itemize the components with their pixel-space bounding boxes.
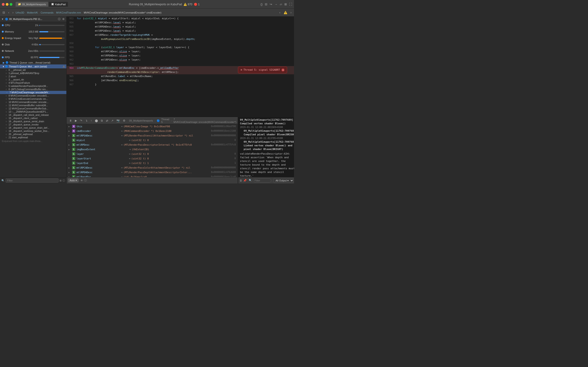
tab-kabupad[interactable]: 🔲 KabuPad [49,2,68,7]
debug-jump-btn[interactable]: ↗ [110,119,115,123]
layout-icon[interactable]: ⊟ [265,2,267,6]
var-mtlRPCADesc[interactable]: ▶ L mtlRPCADesc = (MTLRenderPassColorAtt… [67,165,238,170]
frame-8[interactable]: ○ 8 MVKCommandEncoder::encodeS... [0,94,66,97]
var-layerStart[interactable]: L layerStart = (uint32_t) 0 0 [67,156,238,161]
frame-17-label: 17 _dispatch_queue_invoke [9,123,39,126]
frame-14[interactable]: ○ 14 _dispatch_call_block_and_release [0,113,66,117]
fps-dot [2,56,4,58]
frame-1[interactable]: ○ 1 pthread_kill$VARIANT$mp [0,72,66,75]
maximize-button[interactable] [10,3,12,6]
debug-step-in-btn[interactable]: ↴ [84,119,89,123]
memory-label: Memory [5,30,28,33]
split-icon[interactable]: ⊞ [284,2,287,6]
trash-icon[interactable]: 🗑 [240,179,242,182]
breadcrumb-urho3d[interactable]: Urho3D [16,11,24,14]
frame-5[interactable]: ○ 5 validateRenderPassDescriptor(M... [0,84,66,88]
frame-15[interactable]: ○ 15 _dispatch_client_callout [0,117,66,120]
frame-21[interactable]: ○ 21 start_wqthread [0,136,66,139]
var-type-badge-L5: L [72,152,75,156]
output-select[interactable]: All Output ▾ [274,178,294,183]
auto-button[interactable]: Auto ▾ [68,178,78,182]
breadcrumb-file[interactable]: MVKCmdTransfer.mm [56,11,81,14]
frame-6[interactable]: ○ 6 -[MTLDebugCommandBuffer ren... [0,88,66,91]
next-issue-btn[interactable]: › [289,10,293,15]
frame-2[interactable]: ○ 2 abort [0,75,66,78]
frame-10[interactable]: ○ 10 MVKCommandEncoder::encode... [0,100,66,104]
debug-move-btn[interactable]: ⇄ [105,119,109,123]
console-content[interactable]: 09_MultipleViewports[11762:7097689] Comp… [238,117,294,177]
tab-project[interactable]: 📁 09_MultipleViewports [16,2,48,7]
frame-11[interactable]: ○ 11 MVKCommandBuffer::submit(M... [0,104,66,107]
frame-3[interactable]: ○ 3 __assert_rtn [0,78,66,81]
forward-btn[interactable]: › [11,10,15,15]
var-mtlRPDesc[interactable]: ▶ L mtlRPDesc = (MTLRenderPassDescriptor… [67,142,238,147]
breadcrumb-commands[interactable]: Commands [41,11,53,14]
sidebar-filter-options[interactable]: ⊞ [60,179,61,182]
frame-16[interactable]: ○ 16 _dispatch_queue_serial_drain [0,120,66,123]
eye-icon[interactable]: 👁 [80,179,83,182]
debug-settings-btn[interactable]: ⚙ [122,119,127,123]
var-type-badge-A2: A [72,129,75,133]
var-layerEnd[interactable]: L layerEnd = (uint32_t) 1 1 [67,161,238,165]
debug-step-out-btn[interactable]: ↑ [89,119,93,123]
thread1-row[interactable]: ▶ 🔵 Thread 1 Queue: com....thread (seria… [0,60,66,65]
share-icon[interactable]: ↪ [270,2,272,6]
frame-7[interactable]: → 7 MVKCmdClearImage::encode(MV... [0,91,66,94]
sidebar-filter-icon2[interactable]: ⓘ [62,179,65,182]
back-btn[interactable]: ‹ [7,10,10,15]
debug-pause-btn[interactable]: ⏸ [68,119,73,123]
var-mipLvl[interactable]: L mipLvl = (uint32_t) 0 0 [67,138,238,142]
debug-copy-btn[interactable]: ⧉ [100,119,104,123]
frame-12[interactable]: ○ 12 MVKQueueCommandBufferSub... [0,107,66,110]
pin-icon[interactable]: 📌 [243,179,247,182]
frame-0[interactable]: ○ 0 __pthread_kill [0,68,66,72]
panel-icon[interactable]: ▱ [280,2,282,6]
var-cmdEncoder[interactable]: ▶ A cmdEncoder = (MVKCommandEncoder *) 0… [67,129,238,133]
prev-issue-btn[interactable]: ‹ [278,10,281,15]
debug-step-over-btn[interactable]: ↷ [79,119,83,123]
sidebar-filter-input[interactable] [6,178,59,183]
panel-toggle-btn[interactable]: ⊟ [1,10,6,15]
breadcrumb-method[interactable]: MVKCmdClearImage::encode(MVKCommandEncod… [84,11,162,14]
var-this[interactable]: ▶ A this = (MVKCmdClearImage *) 0x1c06ed… [67,124,238,129]
cpu-value: 1% [35,24,38,27]
frame-4[interactable]: ○ 4 MTLReportFailure [0,81,66,84]
code-line-957: 957 mtlRPDesc.renderTargetArrayLengthMVK… [67,33,294,37]
brace-icon[interactable]: {} [260,2,262,6]
minimize-button[interactable] [6,3,9,6]
titlebar: 📁 09_MultipleViewports 🔲 KabuPad Running… [0,0,294,9]
frame-18[interactable]: ○ 18 _dispatch_root_queue_drain_def... [0,126,66,129]
fps-bar [39,57,60,58]
thread1-label: Thread 1 Queue: com....thread (serial) [9,61,51,64]
debug-toolbar: ⏸ ▶ ↷ ↴ ↑ ⬤ ⧉ ⇄ ↗ 📷 ⚙ 09_MultipleViewpor… [67,117,238,124]
frame-17[interactable]: ○ 17 _dispatch_queue_invoke [0,123,66,126]
balloon-close-button[interactable]: ✕ [281,68,285,72]
var-mtlRPDADesc[interactable]: ▶ L mtlRPDADesc = (MTLRenderPassDepthAtt… [67,170,238,175]
disk-label: Disk [5,43,32,46]
var-layer[interactable]: L layer = (uint32_t) 0 0 [67,152,238,156]
warning-btn[interactable]: ⚠️ [283,10,288,15]
code-content[interactable]: 953 for (uint32_t mipLvl = mipLvlStart; … [67,17,294,117]
fullscreen-icon[interactable]: ⛶ [289,2,292,6]
var-imgBaseExtent[interactable]: ▶ L imgBaseExtent = (VkExtent3D) [67,147,238,152]
forward-icon[interactable]: → [275,2,277,6]
close-button[interactable] [2,3,5,6]
frame-13[interactable]: ○ 13 ::__ZN8MVKQueue6submitEP1... [0,110,66,113]
process-name[interactable]: 09_MultipleViewports PID 11... [9,18,57,20]
thread5-row[interactable]: ▾ 🔵 Thread 5 Queue: Mol....atch (serial)… [0,65,66,68]
var-mtlRPSADesc[interactable]: ▶ L mtlRPSADesc = (MTLRenderPassStencilA… [67,133,238,138]
settings-icon[interactable]: ⚙ [62,18,65,21]
frame-9[interactable]: ○ 9 MVKCmdExecuteCommands::en... [0,97,66,100]
debug-camera-btn[interactable]: 📷 [115,119,121,123]
console-filter-input[interactable] [253,178,271,183]
info-icon[interactable]: ⓘ [58,17,61,21]
debug-continue-btn[interactable]: ▶ [74,119,78,123]
titlebar-icons: {} ⊟ ↪ → ▱ ⊞ ⛶ [260,2,292,6]
frame-19[interactable]: ○ 19 _dispatch_workloop_worker_thre... [0,129,66,133]
info-icon2[interactable]: ⓘ [84,178,87,182]
code-area: 953 for (uint32_t mipLvl = mipLvlStart; … [67,17,294,117]
breadcrumb-moltenvk[interactable]: MoltenVK [27,11,38,14]
debug-breakpoint-btn[interactable]: ⬤ [94,119,99,123]
frame-20[interactable]: ○ 20 _pthread_wqthread [0,133,66,136]
var-mtlRendEnc[interactable]: ▶ L mtlRendEnc = (id) 0x16eec1ca8 0x0000… [67,175,238,177]
